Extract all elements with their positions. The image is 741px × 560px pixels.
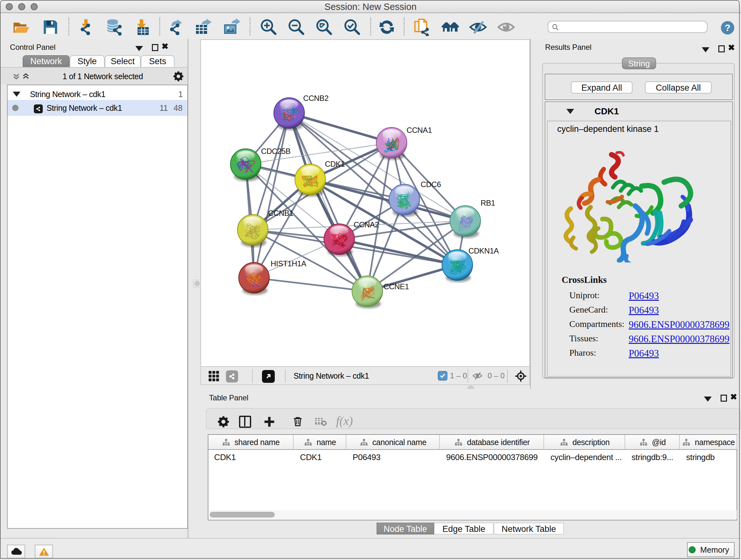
svg-text:CDK1: CDK1 (325, 160, 345, 168)
svg-text:CCNB1: CCNB1 (268, 209, 293, 217)
svg-text:CDKN1A: CDKN1A (468, 246, 499, 255)
svg-text:RB1: RB1 (481, 199, 495, 207)
svg-text:HIST1H1A: HIST1H1A (271, 259, 307, 268)
svg-text:CDC25B: CDC25B (261, 147, 290, 155)
svg-text:CCNE1: CCNE1 (384, 282, 409, 291)
svg-text:CCNA2: CCNA2 (354, 220, 379, 229)
svg-text:CCNB2: CCNB2 (303, 94, 328, 103)
svg-text:CCNA1: CCNA1 (407, 126, 432, 134)
svg-text:CDC6: CDC6 (421, 180, 441, 189)
